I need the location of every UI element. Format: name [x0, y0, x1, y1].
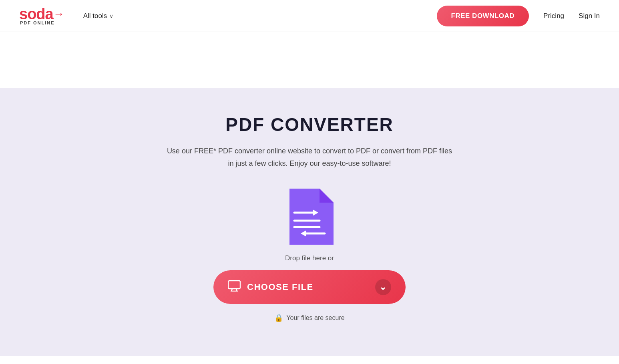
secure-text: Your files are secure	[286, 314, 344, 322]
free-download-button[interactable]: FREE DOWNLOAD	[437, 6, 529, 26]
header: soda→ PDF ONLINE All tools ∨ FREE DOWNLO…	[0, 0, 619, 32]
signin-label: Sign In	[579, 12, 600, 20]
choose-file-label: CHOOSE FILE	[247, 282, 314, 292]
choose-file-left: CHOOSE FILE	[228, 280, 314, 294]
pricing-label: Pricing	[543, 12, 564, 20]
page-subtitle: Use our FREE* PDF converter online websi…	[165, 145, 454, 169]
converter-icon-wrapper	[285, 189, 334, 245]
free-download-label: FREE DOWNLOAD	[451, 12, 515, 20]
logo-brand: soda→	[19, 6, 64, 22]
pricing-link[interactable]: Pricing	[543, 12, 564, 20]
choose-file-button[interactable]: CHOOSE FILE ⌄	[213, 270, 406, 304]
chevron-down-icon: ∨	[109, 13, 113, 19]
monitor-icon	[228, 280, 241, 294]
logo-text: soda	[19, 6, 53, 22]
header-left: soda→ PDF ONLINE All tools ∨	[19, 6, 113, 25]
logo[interactable]: soda→ PDF ONLINE	[19, 6, 64, 25]
all-tools-label: All tools	[83, 12, 107, 20]
lock-icon: 🔒	[274, 314, 283, 322]
header-right: FREE DOWNLOAD Pricing Sign In	[437, 6, 600, 26]
all-tools-button[interactable]: All tools ∨	[83, 12, 114, 20]
secure-text-wrapper: 🔒 Your files are secure	[274, 314, 344, 322]
choose-file-dropdown-icon[interactable]: ⌄	[375, 279, 391, 295]
drop-text: Drop file here or	[285, 254, 334, 262]
logo-sub-text: PDF ONLINE	[19, 21, 64, 25]
signin-link[interactable]: Sign In	[579, 12, 600, 20]
page-title: PDF CONVERTER	[225, 114, 394, 135]
converter-icon	[285, 189, 334, 245]
main-section: PDF CONVERTER Use our FREE* PDF converte…	[0, 88, 619, 356]
svg-rect-6	[228, 281, 240, 289]
hero-spacer	[0, 32, 619, 88]
logo-arrow-icon: →	[53, 8, 64, 20]
